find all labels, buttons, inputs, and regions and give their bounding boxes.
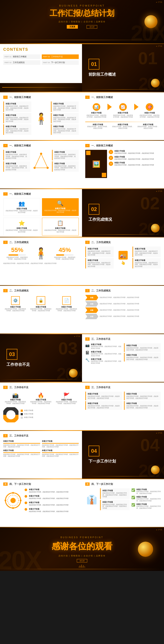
- feat-icons-grid: ⚙️ 标题文字标题 此处添加文字内容，此处添加文字内容，此处添加文字内容 🔒 标…: [3, 295, 79, 313]
- sec3d-item-1: 标题文字标题 此处添加文字内容，此处添加文字内容，此处添加文字内容，此处添加文字…: [3, 440, 40, 448]
- svg-point-14: [12, 507, 14, 509]
- bottom-text-row: 标题文字标题 添加文字内容，添加文字内容，添加文字内容 标题文字标题 添加文字内…: [85, 124, 161, 130]
- feat-2: 🔒 标题文字标题 此处添加文字内容，此处添加文字内容，此处添加文字内容: [29, 295, 53, 313]
- chevron-text-1: 此处添加文字内容，此处添加文字内容，此处添加文字内容: [100, 297, 139, 298]
- notebook-icon: 📓: [85, 350, 90, 355]
- sec3a-title-3: 标题文字标题: [91, 358, 122, 360]
- content-1a: 一 一、前阶段工作概述 标题文字标题 此处添加文字内容，此处添加文字内容，此处添…: [0, 92, 82, 140]
- ic-title-3: 标题文字标题: [6, 227, 38, 230]
- sec3a-block-2: 标题文字标题 此处添加文字内容，此处添加文字内容，此处添加文字内容，此处添加文字…: [124, 353, 161, 362]
- b-label-2: 标题文字标题: [112, 124, 134, 126]
- sec3c-block-2: 标题文字标题 此处添加文字内容，此处添加文字内容，此处添加文字内容，此处添加文字…: [85, 401, 122, 410]
- sec4b-step-1: ✅ 标题文字标题 此处添加文字内容，此处添加文字内容，此处添加文字内容: [131, 488, 161, 494]
- sec3a-title-2: 标题文字标题: [91, 350, 122, 353]
- legend-color-3: [21, 416, 23, 419]
- icon-cards-grid: 👥 标题文字标题 此处添加文字内容，此处添加文字内容，此处添加文字内容 🔍 标题…: [3, 198, 79, 236]
- b-text-1: 添加文字内容，添加文字内容，添加文字内容: [87, 126, 109, 130]
- sec3c-col-1: 标题文字标题 此处添加文字内容，此处添加文字内容，此处添加文字内容，此处添加文字…: [85, 392, 122, 411]
- icon-card-3: 🎯 标题文字标题 此处添加文字内容，此处添加文字内容，此处添加文字内容: [139, 102, 161, 120]
- tl-dot-3: [25, 502, 27, 504]
- golden-sphere: [144, 15, 157, 28]
- sec4b-layout: 👔 标题文字标题 此处添加文字内容，此处添加文字内容，此处添加文字内容，此处添加…: [85, 488, 161, 511]
- section-title-2: 工作完成情况: [89, 217, 112, 222]
- text-block-5: 标题文字标题 此处添加文字内容，此处添加文字内容，此处添加文字内容，此处添加文字…: [51, 113, 79, 124]
- truck-block-4: 标题文字标题 此处添加文字内容，此处添加文字内容，此处添加文字内容，此处添加文字…: [132, 258, 161, 269]
- final-sub: BUSINESS POWERPOINT: [60, 536, 104, 538]
- legend-1: 标题文字标题: [21, 410, 79, 412]
- tri-title-1: 标题文字标题: [6, 151, 29, 153]
- sub-title: BUSINESS POWERPOINT: [0, 4, 164, 7]
- sec3b-title-3: 标题文字标题: [55, 398, 78, 401]
- feat-text-2: 此处添加文字内容，此处添加文字内容，此处添加文字内容: [30, 308, 52, 312]
- chevron-text-4: 此处添加文字内容，此处添加文字内容，此处添加文字内容: [100, 316, 139, 317]
- svg-point-7: [7, 410, 15, 419]
- pct-row: 55% 此处添加文字内容，此处添加文字内容，此处添加文字内容 🧍 45% 此处添…: [3, 246, 79, 260]
- tags: 总结计划 | 营销策划 | 企业介绍 | 品牌宣传: [0, 20, 164, 23]
- sec3d-item-2: 标题文字标题 此处添加文字内容，此处添加文字内容，此处添加文字内容，此处添加文字…: [3, 449, 40, 457]
- section-title-3: 工作存在不足: [7, 362, 30, 367]
- watermark-3: 20X: [57, 364, 82, 382]
- step-2: 2 标题文字标题 此处添加文字内容，此处添加文字内容，此处添加文字内容: [109, 156, 161, 160]
- contents-label-2: 工作存在不足: [51, 55, 63, 58]
- legend-3: 标题文字标题: [21, 416, 79, 419]
- chevron-text-3: 此处添加文字内容，此处添加文字内容，此处添加文字内容: [100, 309, 139, 311]
- section-tag-sec3a: 三: [85, 338, 90, 341]
- legend-text-1: 标题文字标题: [24, 410, 33, 411]
- section-header-sec4a: 四 四、下一步工作计划: [3, 482, 79, 486]
- main-title: 工作汇报/总结计划: [0, 8, 164, 19]
- contents-num-1: PART 01: [5, 56, 12, 58]
- section04-intro: 04 04 下一步工作计划 ▲ 元气鼠 20X: [82, 431, 164, 478]
- ring-svg: [4, 492, 22, 509]
- step-text-3: 标题文字标题 此处添加文字内容，此处添加文字内容，此处添加文字内容: [114, 162, 154, 166]
- triangle-svg: [34, 153, 49, 170]
- truck-title-1: 标题文字标题: [88, 248, 112, 250]
- tl-item-3: 标题文字标题 此处添加文字内容，此处添加文字内容，此处添加文字内容: [25, 501, 79, 506]
- tri-text-3: 标题文字标题 此处添加文字内容，此处添加文字内容，此处添加文字内容，此处添加文字…: [52, 150, 79, 160]
- section-tag-3a: 一: [3, 192, 8, 196]
- section-tag-2a: 一: [3, 144, 8, 147]
- icon-people: 👥: [6, 200, 38, 207]
- photo-icon: 📸: [4, 392, 27, 398]
- bottom-item-3: 标题文字标题 添加文字内容，添加文字内容，添加文字内容: [137, 124, 159, 130]
- sec3d-label-1: 标题文字标题: [3, 440, 40, 442]
- watermark-4: 20X: [139, 461, 164, 478]
- content-sec3-b: 三 三、工作存在不足 📸 标题文字标题 此处添加文字内容，此处添加文字内容，此处…: [0, 382, 82, 430]
- text-block-4: 标题文字标题 此处添加文字内容，此处添加文字内容，此处添加文字内容，此处添加文字…: [51, 102, 79, 112]
- ic-text-1: 此处添加文字内容，此处添加文字内容，此处添加文字内容: [6, 210, 38, 214]
- section-number-box: 01: [89, 59, 99, 70]
- row-8: 03 03 工作存在不足 ▲ 元气鼠 20X 三 三、工作存在不足 📷 标题文字…: [0, 334, 164, 382]
- section-header-text-2b: 一、前阶段工作概述: [91, 144, 113, 147]
- contents-label-3: 工作完成情况: [13, 61, 25, 64]
- section-header-text-truck: 二、工作完成情况: [91, 241, 111, 244]
- block-body-2: 此处添加文字内容，此处添加文字内容，此处添加文字内容，此处添加文字内容: [6, 117, 30, 122]
- content-body-1a: 标题文字标题 此处添加文字内容，此处添加文字内容，此处添加文字内容，此处添加文字…: [3, 102, 79, 136]
- icon-3: 🎯: [146, 103, 153, 111]
- corner-logo: ▲ 元气鼠: [156, 1, 162, 3]
- svg-point-1: [40, 153, 42, 155]
- sec4b-text-1: 标题文字标题 此处添加文字内容，此处添加文字内容，此处添加文字内容，此处添加文字…: [100, 488, 130, 511]
- chevron-shape-2: 标题: [85, 301, 98, 306]
- tie-area: 👔: [85, 488, 98, 511]
- settings-icon: 🔧: [85, 358, 90, 362]
- pct-value-2: 45%: [54, 246, 76, 254]
- flag-icon: 🚩: [55, 392, 78, 398]
- truck-block-1: 标题文字标题 此处添加文字内容，此处添加文字内容，此处添加文字内容，此处添加文字…: [85, 246, 114, 257]
- text-block-3: 标题文字标题 此处添加文字内容，此处添加文字内容，此处添加文字内容，此处添加文字…: [3, 124, 31, 135]
- sec3a-text-2: 标题文字标题 此处添加文字内容，此处添加文字内容，此处添加文字内容: [91, 350, 122, 357]
- svg-point-11: [12, 492, 14, 494]
- svg-point-10: [11, 498, 16, 503]
- truck-body-2: 此处添加文字内容，此处添加文字内容，此处添加文字内容，此处添加文字内容: [88, 262, 112, 267]
- sec3d-label-2: 标题文字标题: [3, 449, 40, 452]
- sec3d-label-3: 标题文字标题: [42, 440, 79, 442]
- section-bg-num-3: 03: [58, 338, 78, 358]
- tl-dot-1: [25, 488, 27, 491]
- section-header-3a: 一 一、前阶段工作概述: [3, 192, 79, 196]
- text-block-2: 标题文字标题 此处添加文字内容，此处添加文字内容，此处添加文字内容，此处添加文字…: [3, 113, 31, 124]
- circle-flow: 📊 标题文字标题 此处添加文字内容，此处添加文字内容，此处添加文字内容 📈 标题…: [85, 102, 161, 120]
- legend-text-3: 标题文字标题: [24, 416, 33, 418]
- ic-title-4: 标题文字标题: [44, 227, 76, 230]
- tri-title-3: 标题文字标题: [54, 151, 77, 153]
- truck-icon: 🚚: [119, 251, 128, 260]
- bottom-item-2: 标题文字标题 添加文字内容，添加文字内容，添加文字内容: [112, 124, 134, 130]
- content-truck: 二 二、工作完成情况 标题文字标题 此处添加文字内容，此处添加文字内容，此处添加…: [82, 238, 164, 285]
